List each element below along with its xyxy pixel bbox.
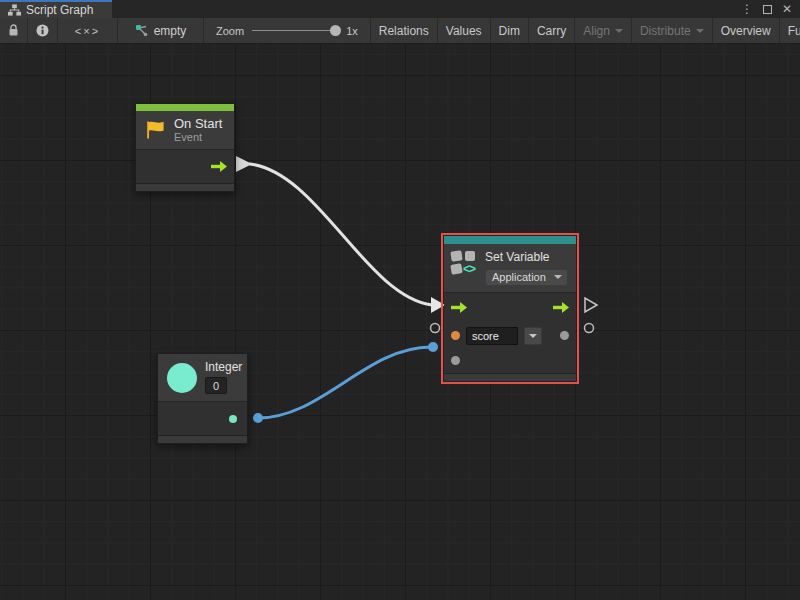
node-set-variable[interactable]: <> Set Variable Application [444,236,576,381]
variable-name-field[interactable]: score [466,327,518,345]
chevron-down-icon [529,334,537,338]
node-title: Set Variable [485,251,568,265]
lock-button[interactable] [0,18,28,43]
set-variable-icon: <> [451,251,478,276]
variable-scope-dropdown[interactable]: Application [485,269,568,286]
name-input-port[interactable] [451,331,460,340]
node-integer[interactable]: Integer 0 [157,353,248,444]
unconnected-exit-port[interactable] [585,298,597,312]
chevron-down-icon [615,29,623,33]
value-wire-end-dot [428,342,438,352]
value-wire[interactable] [258,347,431,418]
code-view-button[interactable]: <×> [58,18,118,43]
button-label: Carry [537,24,566,38]
tab-script-graph[interactable]: Script Graph [0,0,112,18]
overview-button[interactable]: Overview [713,18,780,43]
enter-port-icon[interactable] [451,302,467,313]
code-brackets-icon: <> [463,262,475,276]
exit-port-icon[interactable] [211,161,227,172]
graph-canvas[interactable]: On Start Event <> Set Va [0,44,800,599]
window-menu-icon[interactable]: ⋮ [741,3,753,15]
scope-label: Application [492,271,546,283]
window-controls: ⋮ ✕ [741,0,800,18]
graph-asset-icon [135,24,149,37]
integer-output-port[interactable] [229,415,237,423]
button-label: Overview [721,24,771,38]
zoom-slider-knob[interactable] [330,25,341,36]
button-label: Align [583,24,610,38]
value-wire-start-dot [253,413,263,423]
zoom-label: Zoom [216,25,244,37]
lock-icon [8,24,19,37]
relations-button[interactable]: Relations [371,18,438,43]
distribute-dropdown[interactable]: Distribute [632,18,713,43]
event-color-bar [136,104,234,111]
chevron-down-icon [696,29,704,33]
node-footer [444,373,576,381]
node-title: On Start [174,117,222,132]
button-label: Values [446,24,482,38]
node-subtitle: Event [174,131,222,143]
graph-toolbar: <×> empty Zoom 1x Relations Values Dim C… [0,18,800,44]
dim-button[interactable]: Dim [491,18,529,43]
graph-asset-name: empty [154,24,187,38]
node-footer [136,183,234,191]
maximize-icon[interactable] [763,5,772,14]
node-title: Integer [205,361,242,375]
graph-asset-selector[interactable]: empty [118,18,204,43]
code-view-icon: <×> [75,25,100,37]
zoom-value: 1x [346,25,358,37]
flag-icon [145,120,166,140]
chevron-down-icon [554,275,562,279]
info-icon [36,24,49,37]
value-input-port[interactable] [451,356,460,365]
unconnected-output-port[interactable] [585,324,594,333]
control-wire[interactable] [250,164,432,305]
info-button[interactable] [28,18,58,43]
window-titlebar: Script Graph ⋮ ✕ [0,0,800,18]
selection-outline: <> Set Variable Application [441,233,579,384]
zoom-control: Zoom 1x [204,18,371,43]
zoom-slider[interactable] [252,30,338,31]
fullscreen-button[interactable]: Full Screen [780,18,800,43]
exit-port-icon[interactable] [553,302,569,313]
node-footer [158,435,247,443]
align-dropdown[interactable]: Align [575,18,632,43]
values-button[interactable]: Values [438,18,491,43]
connections-layer [0,44,800,599]
script-graph-icon [8,4,21,16]
unconnected-input-port[interactable] [431,324,440,333]
button-label: Relations [379,24,429,38]
button-label: Distribute [640,24,691,38]
carry-button[interactable]: Carry [529,18,575,43]
button-label: Dim [499,24,520,38]
button-label: Full Screen [788,24,800,38]
close-icon[interactable]: ✕ [782,3,792,15]
node-on-start[interactable]: On Start Event [135,103,235,192]
variable-color-bar [444,236,576,244]
tab-title: Script Graph [26,3,93,17]
integer-type-icon [167,363,197,393]
variable-name-dropdown-button[interactable] [524,327,542,345]
integer-value-field[interactable]: 0 [205,377,227,394]
value-output-port[interactable] [560,331,569,340]
